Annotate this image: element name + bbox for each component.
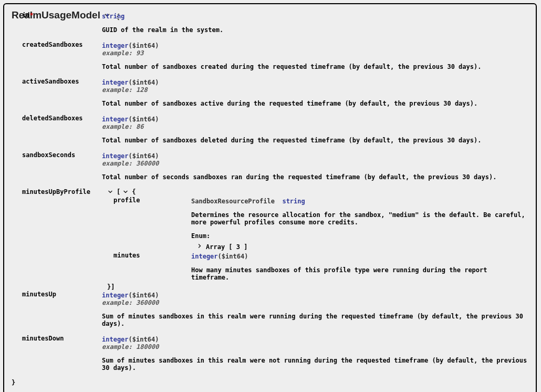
type-label: string <box>102 13 124 20</box>
type-label: integer <box>102 152 129 160</box>
prop-activeSandboxes: activeSandboxes integer($int64) example:… <box>22 78 528 107</box>
prop-name: minutesUpByProfile <box>22 188 102 195</box>
chevron-down-icon <box>107 189 113 195</box>
prop-minutesUpByProfile: minutesUpByProfile [ { profile <box>22 188 528 291</box>
prop-body: integer($int64) example: 128 Total numbe… <box>102 78 528 107</box>
enum-label: Enum: <box>191 232 528 240</box>
prop-name: minutesDown <box>22 335 102 342</box>
prop-deletedSandboxes: deletedSandboxes integer($int64) example… <box>22 115 528 144</box>
type-label: integer <box>102 42 129 49</box>
format-label: ($int64) <box>129 79 159 86</box>
prop-name: createdSandboxes <box>22 41 102 48</box>
prop-name: minutesUp <box>22 291 102 298</box>
prop-body: string GUID of the realm in the system. <box>102 12 528 34</box>
prop-name: id* <box>22 12 102 19</box>
open-brace: { <box>132 188 136 195</box>
prop-name: profile <box>113 197 191 204</box>
example-label: example: 128 <box>102 86 528 94</box>
prop-body: integer($int64) example: 93 Total number… <box>102 41 528 70</box>
format-label: ($int64) <box>129 292 159 299</box>
chevron-right-icon <box>196 243 203 251</box>
format-label: ($int64) <box>129 336 159 343</box>
prop-body: integer($int64) example: 360000 Sum of m… <box>102 291 528 327</box>
required-marker: * <box>29 12 33 19</box>
type-label: integer <box>102 79 129 86</box>
prop-id: id* string GUID of the realm in the syst… <box>22 12 528 34</box>
open-bracket: [ <box>117 188 120 195</box>
close-brace: } <box>12 379 528 386</box>
schema-title: SandboxResourceProfile <box>191 198 275 205</box>
description: GUID of the realm in the system. <box>102 26 528 34</box>
type-label: integer <box>102 116 129 123</box>
prop-body: integer($int64) How many minutes sandbox… <box>191 252 528 281</box>
prop-name: deletedSandboxes <box>22 115 102 122</box>
subprop-minutes: minutes integer($int64) How many minutes… <box>113 252 528 281</box>
prop-name: sandboxSeconds <box>22 151 102 159</box>
type-label: integer <box>102 292 129 299</box>
prop-body: integer($int64) example: 360000 Total nu… <box>102 151 528 181</box>
format-label: ($int64) <box>218 253 248 260</box>
prop-minutesUp: minutesUp integer($int64) example: 36000… <box>22 291 528 327</box>
close-bracket: }] <box>107 283 528 291</box>
description: Determines the resource allocation for t… <box>191 211 528 226</box>
type-label: string <box>282 198 305 205</box>
prop-body: integer($int64) example: 86 Total number… <box>102 115 528 144</box>
type-label: integer <box>191 253 218 260</box>
example-label: example: 86 <box>102 123 528 130</box>
properties-list: id* string GUID of the realm in the syst… <box>22 12 528 372</box>
prop-body: integer($int64) example: 180000 Sum of m… <box>102 335 528 372</box>
description: How many minutes sandboxes of this profi… <box>191 266 528 281</box>
example-label: example: 93 <box>102 49 528 57</box>
prop-minutesDown: minutesDown integer($int64) example: 180… <box>22 335 528 372</box>
prop-createdSandboxes: createdSandboxes integer($int64) example… <box>22 41 528 70</box>
description: Total number of sandboxes created during… <box>102 63 528 70</box>
format-label: ($int64) <box>129 152 159 160</box>
prop-sandboxSeconds: sandboxSeconds integer($int64) example: … <box>22 151 528 181</box>
description: Total number of sandboxes deleted during… <box>102 137 528 144</box>
enum-array-text: Array [ 3 ] <box>206 243 247 251</box>
description: Total number of seconds sandboxes ran du… <box>102 173 528 181</box>
nested-body: profile SandboxResourceProfile string De… <box>113 197 528 281</box>
subprop-profile: profile SandboxResourceProfile string De… <box>113 197 528 251</box>
example-label: example: 180000 <box>102 343 528 350</box>
description: Sum of minutes sandboxes in this realm w… <box>102 313 528 327</box>
example-label: example: 360000 <box>102 160 528 167</box>
format-label: ($int64) <box>129 42 159 49</box>
example-label: example: 360000 <box>102 299 528 306</box>
format-label: ($int64) <box>129 116 159 123</box>
chevron-down-icon <box>122 189 129 195</box>
prop-body: [ { profile SandboxResourceProfile strin… <box>102 188 528 291</box>
nested-header[interactable]: [ { <box>107 188 528 195</box>
prop-body: SandboxResourceProfile string Determines… <box>191 197 528 251</box>
prop-name: activeSandboxes <box>22 78 102 85</box>
description: Sum of minutes sandboxes in this realm w… <box>102 357 528 372</box>
schema-panel: RealmUsageModel { id* string GUID of the… <box>3 3 537 392</box>
description: Total number of sandboxes active during … <box>102 100 528 107</box>
prop-name: minutes <box>113 252 191 259</box>
enum-toggle[interactable]: Array [ 3 ] <box>196 243 528 251</box>
type-label: integer <box>102 336 129 343</box>
